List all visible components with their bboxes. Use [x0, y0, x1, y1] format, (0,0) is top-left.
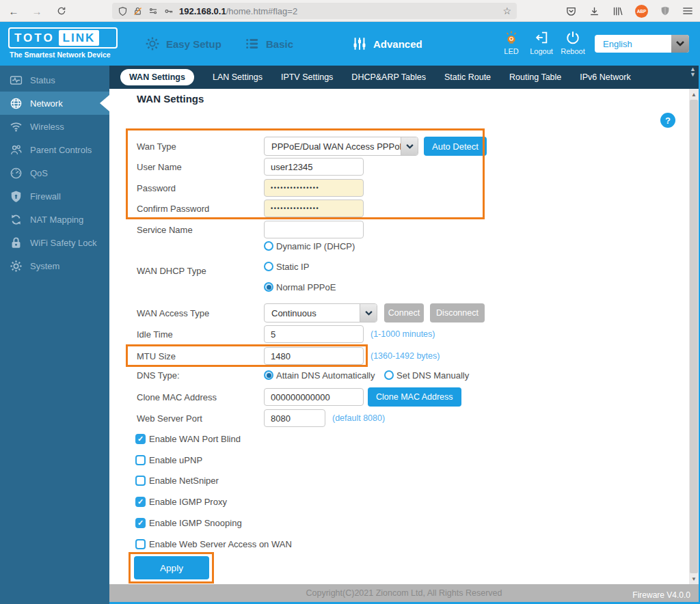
pocket-icon[interactable]: [565, 5, 577, 17]
checkbox-icon[interactable]: [135, 497, 146, 507]
checkbox-icon[interactable]: [135, 455, 146, 465]
nav-label: Easy Setup: [166, 38, 221, 50]
wan-type-select[interactable]: PPPoE/Dual WAN Access PPPoE: [264, 137, 418, 156]
sidebar-item-parent-controls[interactable]: Parent Controls: [0, 138, 109, 161]
sidebar-item-qos[interactable]: QoS: [0, 161, 109, 184]
checkbox-web-server-access-wan[interactable]: Enable Web Server Access on WAN: [135, 536, 292, 551]
tab-routing-table[interactable]: Routing Table: [509, 72, 561, 82]
wan-type-row: Wan Type PPPoE/Dual WAN Access PPPoE Aut…: [137, 137, 487, 156]
action-label: LED: [504, 47, 518, 55]
dns-type-row: DNS Type: Attain DNS Automatically Set D…: [137, 368, 469, 383]
tab-static-route[interactable]: Static Route: [444, 72, 491, 82]
sidebar-item-label: Wireless: [30, 122, 64, 132]
radio-label: Set DNS Manually: [396, 370, 469, 381]
web-server-port-input[interactable]: 8080: [264, 409, 325, 427]
tab-ipv6-network[interactable]: IPv6 Network: [580, 72, 630, 82]
field-label: Service Name: [137, 225, 264, 235]
radio-attain-dns-auto[interactable]: [264, 370, 273, 380]
sidebar-item-firewall[interactable]: Firewall: [0, 184, 109, 208]
insecure-lock-icon[interactable]: [133, 6, 143, 16]
radio-dynamic-ip[interactable]: [264, 241, 273, 251]
checkbox-icon[interactable]: [135, 518, 146, 528]
checkbox-icon[interactable]: [135, 434, 146, 444]
language-value: English: [595, 39, 671, 49]
checkbox-label: Enable uPNP: [149, 455, 202, 465]
sidebar-item-network[interactable]: Network: [0, 92, 109, 115]
permissions-icon[interactable]: [148, 6, 159, 16]
radio-normal-pppoe[interactable]: [264, 282, 273, 292]
footer: Copyright(C)2021 Zioncom Ltd, All Rights…: [109, 584, 699, 602]
checkbox-igmp-snooping[interactable]: Enable IGMP Snooping: [135, 515, 242, 530]
tab-iptv-settings[interactable]: IPTV Settings: [281, 72, 333, 82]
chevron-down-icon: [360, 304, 377, 322]
disconnect-button[interactable]: Disconnect: [430, 303, 485, 322]
checkbox-igmp-proxy[interactable]: Enable IGMP Proxy: [135, 494, 227, 509]
menu-icon[interactable]: [682, 6, 693, 16]
scrollbar-thumb[interactable]: [690, 100, 698, 573]
nav-basic[interactable]: Basic: [245, 22, 293, 66]
extension-shield-icon[interactable]: [660, 5, 671, 16]
clone-mac-button[interactable]: Clone MAC Address: [368, 387, 461, 407]
sidebar-item-wireless[interactable]: Wireless: [0, 115, 109, 138]
sidebar-item-status[interactable]: Status: [0, 68, 109, 92]
scroll-down-icon[interactable]: ▼: [689, 574, 699, 584]
led-button[interactable]: LED: [495, 30, 528, 55]
radio-static-ip[interactable]: [264, 262, 273, 271]
back-icon[interactable]: ←: [5, 3, 22, 19]
field-label: WAN Access Type: [137, 308, 264, 318]
radio-set-dns-manually[interactable]: [384, 370, 394, 380]
tab-wan-settings[interactable]: WAN Settings: [120, 69, 194, 85]
checkbox-netsniper[interactable]: Enable NetSniper: [135, 473, 219, 488]
tab-lan-settings[interactable]: LAN Settings: [213, 72, 262, 82]
nav-advanced[interactable]: Advanced: [352, 22, 422, 66]
sliders-icon: [352, 36, 367, 51]
checkbox-icon[interactable]: [135, 539, 146, 549]
site-header: TOTO LINK The Smartest Network Device Ea…: [0, 22, 700, 66]
user-name-input[interactable]: user12345: [264, 158, 364, 176]
frame-scroll-arrows[interactable]: ▲▼: [690, 66, 696, 77]
idle-time-input[interactable]: 5: [264, 325, 364, 343]
checkbox-icon[interactable]: [135, 476, 146, 486]
url-text: 192.168.0.1/home.htm#flag=2: [179, 6, 297, 16]
key-icon[interactable]: [163, 6, 174, 16]
gauge-icon: [10, 167, 23, 180]
sidebar-item-system[interactable]: System: [0, 254, 109, 277]
reboot-button[interactable]: Reboot: [556, 30, 589, 55]
password-input[interactable]: •••••••••••••••: [264, 179, 364, 197]
gear-icon: [145, 36, 160, 51]
mtu-size-input[interactable]: 1480: [264, 347, 364, 365]
auto-detect-button[interactable]: Auto Detect: [424, 137, 487, 156]
confirm-password-input[interactable]: •••••••••••••••: [264, 200, 364, 217]
library-icon[interactable]: [612, 5, 623, 17]
url-bar[interactable]: 192.168.0.1/home.htm#flag=2 ☆: [112, 3, 517, 19]
nav-easy-setup[interactable]: Easy Setup: [145, 22, 221, 66]
logout-button[interactable]: Logout: [525, 30, 558, 55]
field-label: Password: [137, 183, 264, 193]
bookmark-star-icon[interactable]: ☆: [502, 5, 511, 16]
checkbox-upnp[interactable]: Enable uPNP: [135, 452, 202, 467]
sidebar-item-nat-mapping[interactable]: NAT Mapping: [0, 208, 109, 231]
tracking-shield-icon[interactable]: [118, 6, 128, 16]
download-icon[interactable]: [589, 5, 600, 17]
clone-mac-input[interactable]: 000000000000: [264, 388, 364, 406]
logo-right-text: LINK: [59, 30, 100, 46]
checkbox-wan-port-blind[interactable]: Enable WAN Port Blind: [135, 431, 241, 446]
field-label: User Name: [137, 162, 264, 172]
service-name-input[interactable]: [264, 221, 364, 238]
scroll-up-icon[interactable]: ▲: [689, 90, 699, 99]
wan-access-type-select[interactable]: Continuous: [264, 303, 377, 322]
language-select[interactable]: English: [595, 35, 689, 53]
action-label: Reboot: [561, 47, 584, 55]
apply-button[interactable]: Apply: [134, 556, 209, 579]
tab-dhcp-arp-tables[interactable]: DHCP&ARP Tables: [351, 72, 426, 82]
refresh-icon[interactable]: [53, 3, 70, 19]
connect-button[interactable]: Connect: [384, 303, 424, 322]
adblock-icon[interactable]: ABP: [635, 5, 648, 18]
sidebar-item-wifi-safety-lock[interactable]: WiFi Safety Lock: [0, 231, 109, 254]
forward-icon[interactable]: →: [29, 3, 45, 19]
idle-time-value: 5: [271, 329, 275, 340]
sidebar-item-label: NAT Mapping: [30, 215, 83, 225]
totolink-logo: TOTO LINK The Smartest Network Device: [8, 27, 118, 59]
help-icon[interactable]: ?: [660, 113, 675, 128]
content-scrollbar[interactable]: ▲ ▼: [689, 89, 699, 584]
